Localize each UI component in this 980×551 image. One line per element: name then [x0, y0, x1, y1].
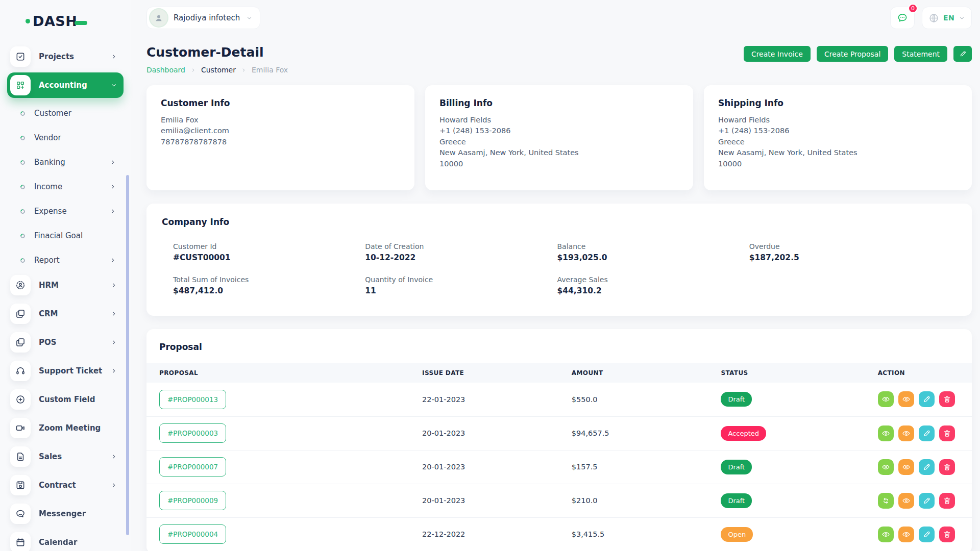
sidebar-item-projects[interactable]: Projects	[7, 44, 124, 69]
chevron-right-icon	[110, 339, 117, 346]
sidebar-item-support-ticket[interactable]: Support Ticket	[7, 358, 124, 384]
chevron-right-icon	[110, 53, 117, 60]
table-row: #PROP00000920-01-2023$210.0Draft	[146, 484, 972, 517]
view-action-button[interactable]	[878, 527, 894, 542]
company-field-overdue: Overdue$187,202.5	[749, 242, 941, 262]
chevron-right-icon	[110, 482, 117, 489]
pencil-icon	[959, 50, 967, 58]
billing-info-card: Billing Info Howard Fields+1 (248) 153-2…	[425, 85, 693, 190]
shipping-info-line: +1 (248) 153-2086	[718, 126, 958, 136]
sidebar-item-pos[interactable]: POS	[7, 330, 124, 355]
status-badge: Draft	[721, 493, 752, 508]
proposal-id-button[interactable]: #PROP000004	[159, 524, 226, 544]
view-action-button[interactable]	[878, 459, 894, 475]
sidebar-item-vendor[interactable]: Vendor	[7, 126, 124, 150]
bullet-icon	[19, 184, 26, 190]
trash-icon	[943, 530, 951, 539]
show-action-button[interactable]	[898, 527, 914, 542]
sidebar-item-label: POS	[39, 338, 102, 347]
delete-action-button[interactable]	[939, 493, 955, 509]
app-logo[interactable]: DASH	[0, 11, 131, 31]
edit-action-button[interactable]	[919, 391, 935, 407]
sidebar-item-label: CRM	[39, 309, 102, 318]
billing-info-line: Greece	[439, 137, 679, 147]
issue-date-cell: 22-01-2023	[422, 383, 572, 416]
proposal-id-button[interactable]: #PROP000003	[159, 423, 226, 443]
company-field-value: $193,025.0	[557, 253, 749, 262]
sidebar-item-customer[interactable]: Customer	[7, 101, 124, 126]
statement-button[interactable]: Statement	[894, 46, 947, 62]
create-invoice-button[interactable]: Create Invoice	[744, 46, 811, 62]
sidebar-item-contract[interactable]: Contract	[7, 472, 124, 498]
messages-button[interactable]: 0	[890, 7, 915, 29]
sidebar-icon-tile	[10, 75, 31, 95]
sidebar-item-label: Vendor	[34, 133, 116, 142]
view-action-button[interactable]	[878, 425, 894, 441]
delete-action-button[interactable]	[939, 459, 955, 475]
sidebar-item-label: Messenger	[39, 509, 117, 518]
sidebar-item-finacial-goal[interactable]: Finacial Goal	[7, 223, 124, 248]
sidebar-item-accounting[interactable]: Accounting	[7, 72, 124, 98]
eye-icon	[902, 429, 911, 438]
delete-action-button[interactable]	[939, 425, 955, 441]
sidebar-item-label: Calendar	[39, 538, 117, 547]
sidebar-item-zoom-meeting[interactable]: Zoom Meeting	[7, 415, 124, 441]
calendar-icon	[15, 537, 26, 547]
sidebar-item-report[interactable]: Report	[7, 248, 124, 272]
show-action-button[interactable]	[898, 493, 914, 509]
sidebar-item-crm[interactable]: CRM	[7, 301, 124, 327]
proposal-id-button[interactable]: #PROP000009	[159, 491, 226, 510]
edit-action-button[interactable]	[919, 493, 935, 509]
sidebar-item-custom-field[interactable]: Custom Field	[7, 387, 124, 412]
eye-icon	[902, 463, 911, 471]
delete-action-button[interactable]	[939, 527, 955, 542]
delete-action-button[interactable]	[939, 391, 955, 407]
trash-icon	[943, 429, 951, 438]
sidebar-item-label: Support Ticket	[39, 366, 102, 375]
sidebar-item-sales[interactable]: Sales	[7, 444, 124, 469]
sidebar-item-banking[interactable]: Banking	[7, 150, 124, 174]
view-action-button[interactable]	[878, 391, 894, 407]
proposal-id-cell: #PROP000007	[146, 450, 422, 484]
chevron-right-icon	[110, 310, 117, 317]
trash-icon	[943, 496, 951, 505]
show-action-button[interactable]	[898, 391, 914, 407]
sidebar-item-messenger[interactable]: Messenger	[7, 501, 124, 527]
stack-icon	[15, 337, 26, 347]
breadcrumb-customer-link[interactable]: Customer	[201, 66, 236, 74]
sidebar-item-calendar[interactable]: Calendar	[7, 530, 124, 551]
workspace-selector[interactable]: Rajodiya infotech	[146, 7, 260, 29]
topbar-right: 0 EN	[890, 7, 972, 29]
billing-info-line: 10000	[439, 159, 679, 169]
video-icon	[15, 423, 26, 433]
sidebar-icon-tile	[10, 46, 31, 67]
sidebar-scrollbar[interactable]	[126, 175, 129, 535]
shipping-info-title: Shipping Info	[718, 98, 958, 108]
topbar: Rajodiya infotech 0 EN	[146, 6, 972, 30]
convert-action-button[interactable]	[878, 493, 894, 509]
company-info-grid: Customer Id#CUST00001Date of Creation10-…	[162, 242, 957, 295]
breadcrumb-dashboard-link[interactable]: Dashboard	[146, 66, 185, 74]
edit-action-button[interactable]	[919, 459, 935, 475]
shipping-info-lines: Howard Fields+1 (248) 153-2086GreeceNew …	[718, 115, 958, 169]
proposal-card: Proposal PROPOSALISSUE DATEAMOUNTSTATUSA…	[146, 329, 972, 551]
trash-icon	[943, 463, 951, 471]
globe-icon	[928, 13, 939, 23]
create-proposal-button[interactable]: Create Proposal	[817, 46, 888, 62]
language-selector[interactable]: EN	[922, 7, 972, 29]
edit-customer-button[interactable]	[953, 46, 972, 62]
edit-action-button[interactable]	[919, 527, 935, 542]
show-action-button[interactable]	[898, 425, 914, 441]
show-action-button[interactable]	[898, 459, 914, 475]
edit-action-button[interactable]	[919, 425, 935, 441]
amount-cell: $550.0	[572, 383, 721, 416]
eye-icon	[881, 530, 890, 539]
sidebar-item-hrm[interactable]: HRM	[7, 272, 124, 298]
action-cell	[878, 484, 972, 517]
sidebar-item-expense[interactable]: Expense	[7, 199, 124, 223]
main-content: Rajodiya infotech 0 EN Customer-Detail	[131, 0, 980, 551]
proposal-id-button[interactable]: #PROP000013	[159, 390, 226, 409]
sidebar-item-income[interactable]: Income	[7, 174, 124, 199]
file-icon	[15, 452, 26, 462]
proposal-id-button[interactable]: #PROP000007	[159, 457, 226, 477]
